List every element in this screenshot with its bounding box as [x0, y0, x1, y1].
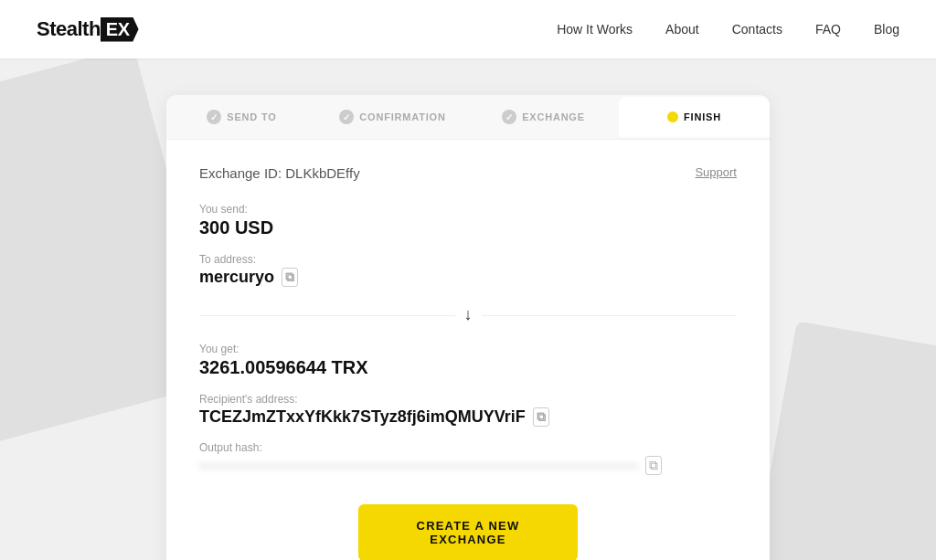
- nav-about[interactable]: About: [665, 22, 699, 37]
- step-exchange-label: EXCHANGE: [522, 111, 585, 122]
- progress-steps: ✓ SEND TO ✓ CONFIRMATION ✓ EXCHANGE FINI…: [166, 95, 770, 140]
- to-address-label: To address:: [199, 253, 737, 266]
- step-finish-icon: [667, 111, 678, 122]
- step-send-to: ✓ SEND TO: [166, 95, 317, 139]
- nav-faq[interactable]: FAQ: [815, 22, 841, 37]
- card-header-row: Exchange ID: DLKkbDEffy Support: [199, 165, 737, 181]
- logo: StealthEX: [37, 17, 139, 42]
- step-confirmation-label: CONFIRMATION: [359, 111, 445, 122]
- nav-contacts[interactable]: Contacts: [732, 22, 782, 37]
- step-confirmation-icon: ✓: [339, 110, 354, 124]
- exchange-card: ✓ SEND TO ✓ CONFIRMATION ✓ EXCHANGE FINI…: [166, 95, 770, 560]
- support-button[interactable]: Support: [695, 165, 737, 179]
- to-address-value: mercuryo ⧉: [199, 268, 737, 287]
- you-get-label: You get:: [199, 343, 737, 355]
- step-exchange: ✓ EXCHANGE: [468, 95, 619, 139]
- main-content: ✓ SEND TO ✓ CONFIRMATION ✓ EXCHANGE FINI…: [0, 58, 936, 560]
- step-send-to-label: SEND TO: [227, 111, 276, 122]
- nav-how-it-works[interactable]: How It Works: [557, 22, 633, 37]
- to-address-text: mercuryo: [199, 268, 274, 287]
- divider: ↓: [199, 305, 737, 324]
- step-finish-label: FINISH: [684, 111, 721, 122]
- recipient-value: TCEZJmZTxxYfKkk7STyz8fj6imQMUYVriF ⧉: [199, 407, 737, 427]
- you-send-label: You send:: [199, 203, 737, 216]
- logo-stealth-text: Stealth: [37, 17, 101, 41]
- header: StealthEX How It Works About Contacts FA…: [0, 0, 936, 58]
- exchange-id: Exchange ID: DLKkbDEffy: [199, 165, 360, 181]
- you-send-value: 300 USD: [199, 217, 737, 238]
- main-nav: How It Works About Contacts FAQ Blog: [557, 22, 899, 37]
- you-get-value: 3261.00596644 TRX: [199, 357, 737, 378]
- logo-ex-text: EX: [101, 17, 139, 42]
- output-hash-row: xxxxxxxxxxxxxxxxxxxxxxxxxxxxxxxxxxxxxxxx…: [199, 456, 737, 475]
- arrow-down-icon: ↓: [455, 305, 482, 324]
- step-finish: FINISH: [619, 97, 770, 137]
- nav-blog[interactable]: Blog: [874, 22, 899, 37]
- output-hash-label: Output hash:: [199, 441, 737, 454]
- recipient-label: Recipient's address:: [199, 393, 737, 406]
- step-exchange-icon: ✓: [502, 110, 516, 124]
- step-confirmation: ✓ CONFIRMATION: [317, 95, 468, 139]
- copy-recipient-icon[interactable]: ⧉: [533, 407, 549, 427]
- recipient-address-text: TCEZJmZTxxYfKkk7STyz8fj6imQMUYVriF: [199, 407, 526, 427]
- copy-address-icon[interactable]: ⧉: [282, 268, 298, 287]
- output-hash-value: xxxxxxxxxxxxxxxxxxxxxxxxxxxxxxxxxxxxxxxx…: [199, 460, 638, 472]
- copy-hash-icon[interactable]: ⧉: [645, 456, 662, 475]
- card-body: Exchange ID: DLKkbDEffy Support You send…: [166, 140, 770, 560]
- step-send-to-icon: ✓: [207, 110, 221, 124]
- create-new-exchange-button[interactable]: CREATE A NEW EXCHANGE: [358, 504, 578, 560]
